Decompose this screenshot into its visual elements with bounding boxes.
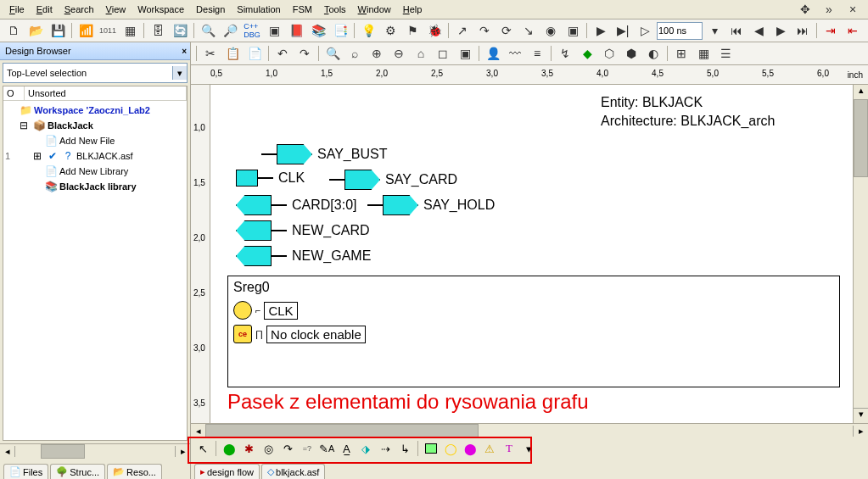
step-out-icon[interactable]: ↗	[452, 20, 473, 41]
breakpoint-icon[interactable]: ◉	[540, 20, 561, 41]
stop-icon[interactable]: ▣	[563, 20, 583, 41]
open-icon[interactable]: 📂	[25, 20, 46, 41]
play-icon[interactable]: ▶	[591, 20, 611, 41]
tree-add-file[interactable]: 📄 Add New File	[5, 133, 185, 148]
tool-a-icon[interactable]: ⬡	[599, 43, 619, 64]
menu-window[interactable]: Window	[352, 3, 397, 16]
panel-close-icon[interactable]: ×	[182, 47, 187, 56]
wire-icon[interactable]: ↯	[555, 43, 575, 64]
db-icon[interactable]: 🗄	[148, 20, 168, 41]
canvas[interactable]: Entity: BLKJACK Architecture: BLKJACK_ar…	[210, 85, 853, 423]
port-new-game[interactable]: NEW_GAME	[236, 246, 371, 266]
bug-icon[interactable]: 🐞	[424, 20, 445, 41]
next-icon[interactable]: ▶	[770, 20, 791, 41]
bus-icon[interactable]: ≡	[527, 43, 547, 64]
undo-icon[interactable]: ↶	[272, 43, 293, 64]
dropdown-icon[interactable]: ▾	[704, 20, 725, 41]
tab-blkjack[interactable]: ◇blkjack.asf	[261, 464, 325, 479]
tree-workspace[interactable]: 📁 Workspace 'Zaoczni_Lab2	[5, 103, 185, 118]
tree-library[interactable]: 📚 BlackJack library	[5, 179, 185, 194]
tree-add-library[interactable]: 📄 Add New Library	[5, 164, 185, 179]
menu-fsm[interactable]: FSM	[287, 3, 318, 16]
panel-title[interactable]: Design Browser ×	[0, 42, 190, 60]
notes-icon[interactable]: 📑	[330, 20, 350, 41]
prev-icon[interactable]: ◀	[748, 20, 769, 41]
menu-file[interactable]: File	[3, 3, 31, 16]
zoom-out-icon[interactable]: ⊖	[389, 43, 409, 64]
tab-reso[interactable]: 📂Reso...	[107, 464, 162, 479]
menu-workspace[interactable]: Workspace	[132, 3, 190, 16]
v-scrollbar[interactable]: ▴ ▾	[853, 85, 868, 423]
time-input[interactable]	[657, 22, 703, 40]
tree-asf-file[interactable]: 1 ⊞ ✔ ? BLKJACK.asf	[5, 148, 185, 164]
last-icon[interactable]: ⏭	[792, 20, 813, 41]
sreg-box[interactable]: Sreg0 ⌐ CLK ce ∏ No clock enable	[227, 276, 840, 387]
zoom-in-icon[interactable]: ⊕	[367, 43, 387, 64]
zoom-all-icon[interactable]: ⌂	[411, 43, 431, 64]
menu-edit[interactable]: Edit	[31, 3, 59, 16]
chevron-right-icon[interactable]: »	[819, 0, 839, 19]
grid-icon[interactable]: ⊞	[671, 43, 692, 64]
zoom-sel-icon[interactable]: ◻	[433, 43, 453, 64]
book-icon[interactable]: 📕	[286, 20, 306, 41]
port-new-card[interactable]: NEW_CARD	[236, 220, 370, 241]
trace-out-icon[interactable]: ⇤	[843, 20, 863, 41]
restart-icon[interactable]: ⟳	[496, 20, 517, 41]
tree-view[interactable]: O Unsorted 📁 Workspace 'Zaoczni_Lab2 ⊟ 📦…	[3, 86, 188, 441]
layers-icon[interactable]: ☰	[715, 43, 736, 64]
table-icon[interactable]: ▦	[120, 20, 140, 41]
member-icon[interactable]: 👤	[483, 43, 503, 64]
col-o[interactable]: O	[3, 86, 25, 100]
gear-icon[interactable]: ⚙	[380, 20, 400, 41]
menu-design[interactable]: Design	[190, 3, 231, 16]
redo-icon[interactable]: ↷	[294, 43, 315, 64]
port-say-bust[interactable]: SAY_BUST	[261, 144, 387, 164]
search-icon[interactable]: 🔍	[322, 43, 343, 64]
paste-icon[interactable]: 📄	[244, 43, 265, 64]
wave-icon[interactable]: 📶	[76, 20, 96, 41]
col-unsorted[interactable]: Unsorted	[25, 86, 187, 100]
zoom-icon[interactable]: 🔎	[220, 20, 240, 41]
combo-dropdown-icon[interactable]: ▾	[172, 66, 187, 80]
move-icon[interactable]: ✥	[795, 0, 815, 19]
menu-search[interactable]: Search	[59, 3, 100, 16]
tool-c-icon[interactable]: ◐	[643, 43, 664, 64]
menu-help[interactable]: Help	[397, 3, 428, 16]
flag-icon[interactable]: ⚑	[402, 20, 423, 41]
tree-project[interactable]: ⊟ 📦 BlackJack	[5, 118, 185, 133]
binary-icon[interactable]: 1011	[98, 20, 118, 41]
port-say-card[interactable]: SAY_CARD	[329, 170, 457, 190]
zoom-area-icon[interactable]: ▣	[455, 43, 475, 64]
close-icon[interactable]: ×	[843, 0, 863, 19]
books-icon[interactable]: 📚	[308, 20, 328, 41]
snap-icon[interactable]: ▦	[693, 43, 714, 64]
tab-struc[interactable]: 🌳Struc...	[50, 464, 105, 479]
expand-icon[interactable]: ⊞	[31, 149, 44, 163]
connect-icon[interactable]: ◆	[577, 43, 597, 64]
tab-design-flow[interactable]: ▸design flow	[194, 464, 260, 479]
refresh-icon[interactable]: 🔄	[170, 20, 190, 41]
left-hscroll[interactable]: ◂ ▸	[0, 443, 190, 459]
port-card[interactable]: CARD[3:0]	[236, 195, 356, 215]
trace-in-icon[interactable]: ⇥	[820, 20, 841, 41]
bulb-icon[interactable]: 💡	[358, 20, 378, 41]
run-icon[interactable]: ▷	[635, 20, 655, 41]
cpp-dbg-icon[interactable]: C++DBG	[242, 20, 262, 41]
menu-simulation[interactable]: Simulation	[231, 3, 286, 16]
save-icon[interactable]: 💾	[48, 20, 68, 41]
menu-view[interactable]: View	[100, 3, 132, 16]
port-say-hold[interactable]: SAY_HOLD	[367, 195, 495, 215]
first-icon[interactable]: ⏮	[726, 20, 747, 41]
menu-tools[interactable]: Tools	[318, 3, 352, 16]
step-over-icon[interactable]: ↷	[474, 20, 495, 41]
chip-icon[interactable]: ▣	[264, 20, 284, 41]
copy-icon[interactable]: 📋	[222, 43, 243, 64]
tab-files[interactable]: 📄Files	[3, 464, 48, 479]
collapse-icon[interactable]: ⊟	[17, 119, 31, 132]
top-level-combo[interactable]: Top-Level selection ▾	[3, 63, 188, 83]
signal-icon[interactable]: 〰	[505, 43, 525, 64]
skip-icon[interactable]: ▶|	[613, 20, 633, 41]
tool-b-icon[interactable]: ⬢	[621, 43, 641, 64]
find-icon[interactable]: 🔍	[198, 20, 218, 41]
zoom-fit-icon[interactable]: ⌕	[344, 43, 365, 64]
